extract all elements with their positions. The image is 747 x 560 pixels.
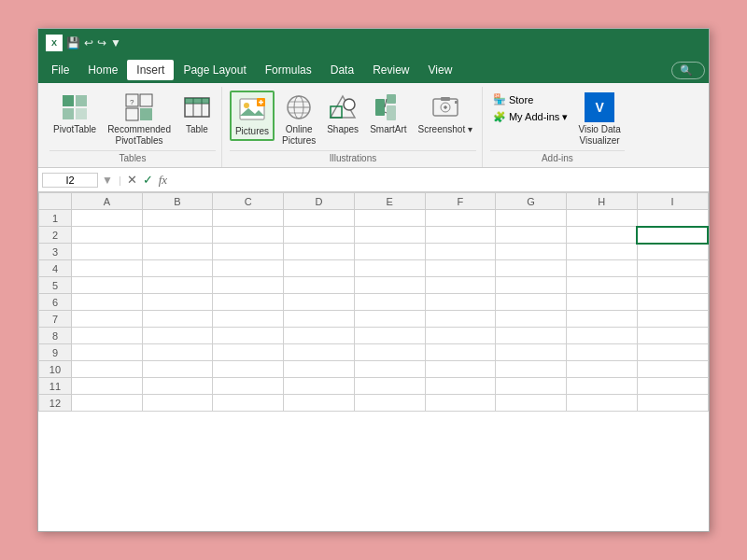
fx-icon[interactable]: fx xyxy=(159,173,167,188)
cell-10-0[interactable] xyxy=(71,361,142,378)
cell-2-7[interactable] xyxy=(566,227,637,244)
cell-4-5[interactable] xyxy=(425,260,496,277)
cell-12-6[interactable] xyxy=(496,395,567,412)
cancel-icon[interactable]: ✕ xyxy=(127,173,137,187)
cell-3-5[interactable] xyxy=(425,244,496,260)
menu-home[interactable]: Home xyxy=(78,60,127,80)
menu-view[interactable]: View xyxy=(419,60,462,80)
cell-7-2[interactable] xyxy=(213,311,284,328)
cell-10-1[interactable] xyxy=(142,361,213,378)
cell-7-0[interactable] xyxy=(71,311,142,328)
cell-5-8[interactable] xyxy=(637,277,708,294)
cell-9-6[interactable] xyxy=(496,344,567,361)
cell-5-5[interactable] xyxy=(425,277,496,294)
cell-10-2[interactable] xyxy=(213,361,284,378)
online-pictures-button[interactable]: OnlinePictures xyxy=(278,91,319,148)
cell-12-7[interactable] xyxy=(566,395,637,412)
cell-6-5[interactable] xyxy=(425,294,496,311)
pivot-table-button[interactable]: PivotTable xyxy=(49,91,100,137)
cell-2-5[interactable] xyxy=(425,227,496,244)
col-header-F[interactable]: F xyxy=(425,193,496,210)
cell-9-1[interactable] xyxy=(142,344,213,361)
menu-file[interactable]: File xyxy=(42,60,78,80)
col-header-G[interactable]: G xyxy=(496,193,567,210)
cell-10-3[interactable] xyxy=(284,361,355,378)
cell-5-7[interactable] xyxy=(566,277,637,294)
cell-4-6[interactable] xyxy=(496,260,567,277)
redo-button[interactable]: ↪ xyxy=(97,36,106,49)
cell-6-0[interactable] xyxy=(71,294,142,311)
cell-3-7[interactable] xyxy=(566,244,637,260)
cell-5-2[interactable] xyxy=(213,277,284,294)
cell-12-1[interactable] xyxy=(142,395,213,412)
cell-12-4[interactable] xyxy=(354,395,425,412)
cell-6-1[interactable] xyxy=(142,294,213,311)
undo-button[interactable]: ↩ xyxy=(84,36,93,49)
menu-review[interactable]: Review xyxy=(363,60,418,80)
col-header-I[interactable]: I xyxy=(637,193,708,210)
cell-4-0[interactable] xyxy=(71,260,142,277)
cell-6-6[interactable] xyxy=(496,294,567,311)
cell-10-4[interactable] xyxy=(354,361,425,378)
cell-1-5[interactable] xyxy=(425,210,496,227)
menu-insert[interactable]: Insert xyxy=(127,60,174,80)
cell-8-7[interactable] xyxy=(566,328,637,344)
cell-10-5[interactable] xyxy=(425,361,496,378)
col-header-B[interactable]: B xyxy=(142,193,213,210)
cell-11-4[interactable] xyxy=(354,378,425,395)
cell-5-4[interactable] xyxy=(354,277,425,294)
cell-4-3[interactable] xyxy=(284,260,355,277)
cell-11-7[interactable] xyxy=(566,378,637,395)
cell-1-4[interactable] xyxy=(354,210,425,227)
cell-9-3[interactable] xyxy=(284,344,355,361)
cell-11-1[interactable] xyxy=(142,378,213,395)
menu-formulas[interactable]: Formulas xyxy=(256,60,321,80)
cell-8-4[interactable] xyxy=(354,328,425,344)
menu-data[interactable]: Data xyxy=(321,60,363,80)
recommended-pivottables-button[interactable]: ? RecommendedPivotTables xyxy=(104,91,175,148)
cell-8-5[interactable] xyxy=(425,328,496,344)
col-header-D[interactable]: D xyxy=(284,193,355,210)
cell-12-2[interactable] xyxy=(213,395,284,412)
qat-dropdown[interactable]: ▼ xyxy=(110,36,121,49)
cell-7-5[interactable] xyxy=(425,311,496,328)
cell-10-7[interactable] xyxy=(566,361,637,378)
cell-5-0[interactable] xyxy=(71,277,142,294)
cell-3-8[interactable] xyxy=(637,244,708,260)
cell-4-7[interactable] xyxy=(566,260,637,277)
cell-7-7[interactable] xyxy=(566,311,637,328)
table-button[interactable]: Table xyxy=(178,91,216,137)
cell-4-4[interactable] xyxy=(354,260,425,277)
col-header-C[interactable]: C xyxy=(213,193,284,210)
cell-9-0[interactable] xyxy=(71,344,142,361)
cell-10-6[interactable] xyxy=(496,361,567,378)
cell-5-1[interactable] xyxy=(142,277,213,294)
cell-11-5[interactable] xyxy=(425,378,496,395)
cell-2-2[interactable] xyxy=(213,227,284,244)
cell-9-2[interactable] xyxy=(213,344,284,361)
cell-2-8[interactable] xyxy=(637,227,708,244)
cell-5-3[interactable] xyxy=(284,277,355,294)
menu-page-layout[interactable]: Page Layout xyxy=(174,60,255,80)
cell-6-8[interactable] xyxy=(637,294,708,311)
smartart-button[interactable]: SmartArt xyxy=(366,91,410,137)
cell-4-2[interactable] xyxy=(213,260,284,277)
formula-input[interactable] xyxy=(171,174,705,187)
col-header-A[interactable]: A xyxy=(71,193,142,210)
cell-7-6[interactable] xyxy=(496,311,567,328)
cell-1-1[interactable] xyxy=(142,210,213,227)
cell-11-0[interactable] xyxy=(71,378,142,395)
cell-4-1[interactable] xyxy=(142,260,213,277)
cell-11-2[interactable] xyxy=(213,378,284,395)
cell-1-2[interactable] xyxy=(213,210,284,227)
cell-3-4[interactable] xyxy=(354,244,425,260)
cell-12-0[interactable] xyxy=(71,395,142,412)
cell-7-1[interactable] xyxy=(142,311,213,328)
cell-2-6[interactable] xyxy=(496,227,567,244)
cell-8-8[interactable] xyxy=(637,328,708,344)
visio-button[interactable]: V Visio DataVisualizer xyxy=(574,91,624,148)
cell-9-5[interactable] xyxy=(425,344,496,361)
cell-4-8[interactable] xyxy=(637,260,708,277)
tell-me-bar[interactable]: 🔍 xyxy=(671,62,705,79)
cell-2-4[interactable] xyxy=(354,227,425,244)
